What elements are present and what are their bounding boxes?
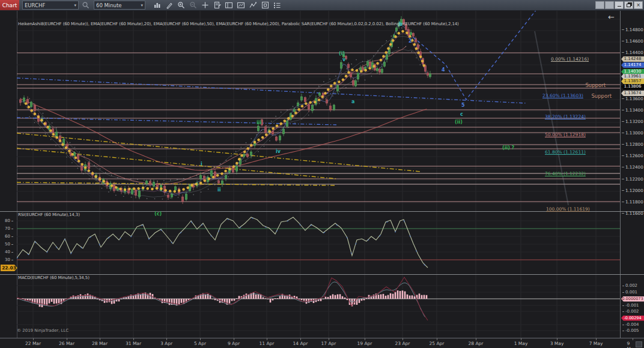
time-axis-label: 9 May [627,341,639,348]
wave-label: (i) [339,51,345,56]
copyright-label: © 2019 NinjaTrader, LLC [17,328,68,333]
data-panel-icon[interactable] [223,1,234,10]
support-label: Support [570,82,606,88]
macd-value-chip: -0.00294 [621,316,644,321]
indicator-settings-icon[interactable] [260,1,270,10]
macd-scale-label: 0.001 [622,290,637,295]
price-tick-label: 1.13400 [622,107,643,113]
close-icon[interactable]: × [634,1,643,9]
crosshair-plus-icon[interactable] [199,1,210,10]
time-axis-label: 3 Apr [160,341,172,346]
panel-separator[interactable] [0,274,644,275]
macd-scale-label: -0.004 [622,322,639,327]
support-label: Support [576,93,612,99]
rsi-scale-label: 60 [0,234,13,239]
indicators-list-icon[interactable] [272,1,282,10]
fib-label: 76.40% (1.12232) [545,171,586,176]
price-tick-label: 1.14800 [622,27,643,32]
trend-channel-icon[interactable] [248,1,258,10]
search-icon[interactable] [80,1,91,10]
chart-area: 1.148001.146001.144001.136001.134001.132… [0,10,644,338]
wave-label: 4 [442,67,445,73]
time-axis-tick [365,338,365,340]
time-axis-tick [596,338,597,340]
time-axis-tick [476,338,476,340]
price-tick-label: 1.12400 [622,164,643,170]
interval-selector[interactable]: 60 Minute ▾ [94,1,145,10]
price-value-chip: 1.13857 [621,79,644,84]
time-axis-label: 26 Mar [59,341,74,346]
macd-scale-label: -0.005 [622,328,639,333]
macd-value-chip: 0.0000073 [621,296,644,302]
minimize-icon[interactable] [615,1,624,9]
price-axis[interactable]: 1.148001.146001.144001.136001.134001.132… [620,10,644,338]
rsi-scale-label: 40 [0,250,13,254]
time-axis-label: 22 Mar [25,341,41,346]
interval-value: 60 Minute [96,2,122,8]
time-axis[interactable]: 22 Mar26 Mar28 Mar31 Mar3 Apr5 Apr9 Apr1… [0,338,644,348]
time-axis-label: 7 May [589,341,603,346]
chart-tab[interactable]: Chart [0,0,19,10]
chart-type-icon[interactable] [151,1,162,10]
wave-label: 5 [461,103,465,108]
chart-window-icon[interactable] [235,1,246,10]
window-controls: × [595,1,643,9]
time-axis-tick [100,338,100,340]
macd-scale-label: -0.002 [622,309,639,314]
time-axis-tick [166,338,167,340]
restore-icon[interactable] [624,1,633,9]
fib-label: 50.00% (1.12918) [545,132,586,137]
chart-properties-icon[interactable] [211,1,222,10]
ninjatrader-chart-window: { "toolbar": { "tab_label": "Chart", "in… [0,0,644,348]
wave-label: ii [217,187,220,193]
chevron-down-icon: ▾ [74,3,76,8]
wave-label: (ii) [455,119,463,125]
price-value-chip: 1.13961 [621,74,644,79]
fib-label: 38.20% (1.13224) [545,114,586,119]
zoom-out-icon[interactable] [187,1,198,10]
time-axis-tick [402,338,403,340]
rsi-value-chip: 22.03 [1,265,17,271]
wave-label: 2 [409,38,412,44]
time-axis-label: 28 Apr [469,341,484,346]
wave-label: a [351,99,354,104]
time-axis-tick [437,338,437,340]
rsi-scale-label: 80 [0,218,13,223]
macd-scale-label: -0.001 [622,303,639,308]
ema50-line [53,46,406,185]
price-tick-label: 1.14600 [622,38,643,44]
time-axis-tick [67,338,67,340]
time-axis-tick [234,338,234,340]
parabolic-sar-dots [29,28,422,181]
time-axis-tick [557,338,557,340]
time-axis-label: 9 Apr [228,341,240,346]
draw-tool-icon[interactable] [163,1,174,10]
time-axis-label: 19 Apr [357,341,372,346]
window-button-blank[interactable] [595,1,604,9]
zoom-in-icon[interactable] [175,1,186,10]
instrument-selector[interactable]: EURCHF ▾ [22,1,79,10]
price-tick-label: 1.12800 [622,142,643,147]
rsi-scale-label: 50 [0,242,13,247]
window-button-blank[interactable] [605,1,614,9]
wave-label: (ii) ? [502,145,514,151]
price-value-chip: 1.13806 [621,84,644,89]
price-value-chip: 1.14174 [621,62,644,68]
scroll-back-arrow-icon[interactable]: ← [608,13,615,22]
time-axis-tick [267,338,267,340]
price-tick-label: 1.12600 [622,153,643,158]
rsi-scale-label: 70 [0,226,13,231]
chevron-down-icon: ▾ [141,3,143,8]
price-value-chip: 1.13674 [621,91,644,96]
toolbar: Chart EURCHF ▾ 60 Minute ▾ [0,0,644,11]
price-tick-label: 1.12000 [622,188,643,193]
rsi-scale-label: 30 [0,257,13,262]
price-tick-label: 1.11800 [622,199,643,205]
time-axis-label: 17 Apr [321,341,336,346]
wave-label: b [399,22,402,27]
fib-label: 61.80% (1.12611) [545,149,586,155]
chart-canvas[interactable] [17,10,620,338]
wave-label: (c) [154,211,162,217]
time-axis-tick [521,338,521,340]
time-axis-label: 14 Apr [293,341,308,346]
